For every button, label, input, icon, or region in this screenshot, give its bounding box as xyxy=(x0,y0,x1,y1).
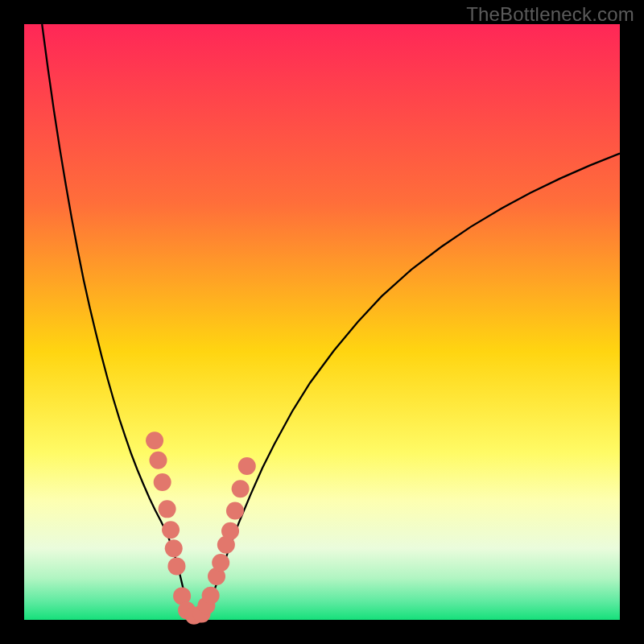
highlight-dot xyxy=(146,431,163,449)
bottleneck-chart xyxy=(0,0,644,644)
highlight-dot xyxy=(238,457,256,475)
chart-container: TheBottleneck.com xyxy=(0,0,644,644)
plot-background xyxy=(24,24,620,620)
watermark-text: TheBottleneck.com xyxy=(466,3,634,26)
highlight-dot xyxy=(202,587,220,605)
highlight-dot xyxy=(154,473,171,491)
highlight-dot xyxy=(167,557,185,575)
highlight-dot xyxy=(226,502,244,520)
highlight-dot xyxy=(162,521,180,539)
highlight-dot xyxy=(212,554,229,572)
highlight-dot xyxy=(159,500,176,518)
highlight-dot xyxy=(232,480,250,497)
highlight-dot xyxy=(221,522,239,540)
highlight-dot xyxy=(165,539,183,557)
highlight-dot xyxy=(150,452,167,469)
